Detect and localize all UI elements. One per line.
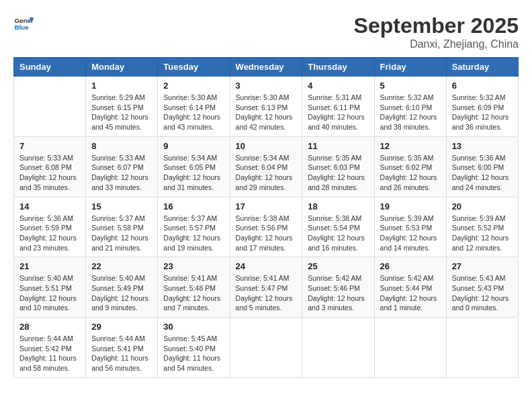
day-number: 14 bbox=[19, 201, 80, 212]
day-number: 8 bbox=[91, 141, 152, 151]
calendar-cell: 24Sunrise: 5:41 AM Sunset: 5:47 PM Dayli… bbox=[230, 257, 302, 318]
page-title: September 2025 bbox=[354, 13, 519, 38]
day-info: Sunrise: 5:32 AM Sunset: 6:10 PM Dayligh… bbox=[380, 93, 441, 132]
calendar-cell: 19Sunrise: 5:39 AM Sunset: 5:53 PM Dayli… bbox=[374, 197, 446, 257]
calendar-cell: 29Sunrise: 5:44 AM Sunset: 5:41 PM Dayli… bbox=[86, 318, 158, 378]
calendar-cell: 14Sunrise: 5:36 AM Sunset: 5:59 PM Dayli… bbox=[14, 197, 86, 257]
day-info: Sunrise: 5:40 AM Sunset: 5:49 PM Dayligh… bbox=[91, 273, 152, 313]
weekday-header-tuesday: Tuesday bbox=[158, 58, 230, 77]
week-row-4: 21Sunrise: 5:40 AM Sunset: 5:51 PM Dayli… bbox=[14, 257, 519, 318]
svg-text:Blue: Blue bbox=[15, 24, 30, 31]
day-number: 11 bbox=[308, 141, 368, 151]
day-number: 10 bbox=[236, 141, 297, 151]
calendar-cell: 13Sunrise: 5:36 AM Sunset: 6:00 PM Dayli… bbox=[446, 136, 518, 197]
day-number: 1 bbox=[91, 81, 152, 91]
calendar-cell: 16Sunrise: 5:37 AM Sunset: 5:57 PM Dayli… bbox=[158, 197, 230, 257]
week-row-3: 14Sunrise: 5:36 AM Sunset: 5:59 PM Dayli… bbox=[14, 197, 519, 257]
calendar-cell: 5Sunrise: 5:32 AM Sunset: 6:10 PM Daylig… bbox=[374, 77, 446, 137]
day-number: 29 bbox=[91, 322, 152, 332]
day-info: Sunrise: 5:37 AM Sunset: 5:58 PM Dayligh… bbox=[91, 214, 152, 253]
day-number: 15 bbox=[91, 201, 152, 212]
day-number: 23 bbox=[163, 261, 224, 271]
day-info: Sunrise: 5:36 AM Sunset: 5:59 PM Dayligh… bbox=[19, 214, 80, 253]
weekday-header-sunday: Sunday bbox=[14, 58, 86, 77]
day-info: Sunrise: 5:39 AM Sunset: 5:53 PM Dayligh… bbox=[380, 214, 441, 253]
calendar-cell: 18Sunrise: 5:38 AM Sunset: 5:54 PM Dayli… bbox=[302, 197, 374, 257]
weekday-header-friday: Friday bbox=[374, 58, 446, 77]
weekday-header-saturday: Saturday bbox=[446, 58, 518, 77]
calendar-cell: 23Sunrise: 5:41 AM Sunset: 5:48 PM Dayli… bbox=[158, 257, 230, 318]
day-info: Sunrise: 5:44 AM Sunset: 5:41 PM Dayligh… bbox=[91, 334, 152, 373]
day-info: Sunrise: 5:33 AM Sunset: 6:07 PM Dayligh… bbox=[91, 153, 152, 193]
calendar-cell bbox=[374, 318, 446, 378]
day-number: 26 bbox=[380, 261, 441, 271]
day-info: Sunrise: 5:43 AM Sunset: 5:43 PM Dayligh… bbox=[452, 273, 513, 313]
day-info: Sunrise: 5:29 AM Sunset: 6:15 PM Dayligh… bbox=[91, 93, 152, 132]
calendar-cell: 22Sunrise: 5:40 AM Sunset: 5:49 PM Dayli… bbox=[86, 257, 158, 318]
calendar-cell: 6Sunrise: 5:32 AM Sunset: 6:09 PM Daylig… bbox=[446, 77, 518, 137]
day-number: 25 bbox=[308, 261, 368, 271]
day-number: 17 bbox=[236, 201, 297, 212]
page-header: General Blue September 2025 Danxi, Zheji… bbox=[13, 13, 519, 50]
day-info: Sunrise: 5:41 AM Sunset: 5:47 PM Dayligh… bbox=[236, 273, 297, 313]
calendar-cell: 3Sunrise: 5:30 AM Sunset: 6:13 PM Daylig… bbox=[230, 77, 302, 137]
day-number: 2 bbox=[163, 81, 224, 91]
calendar-cell bbox=[230, 318, 302, 378]
day-info: Sunrise: 5:37 AM Sunset: 5:57 PM Dayligh… bbox=[163, 214, 224, 253]
weekday-header-wednesday: Wednesday bbox=[230, 58, 302, 77]
week-row-2: 7Sunrise: 5:33 AM Sunset: 6:08 PM Daylig… bbox=[14, 136, 519, 197]
day-info: Sunrise: 5:35 AM Sunset: 6:02 PM Dayligh… bbox=[380, 153, 441, 193]
day-info: Sunrise: 5:45 AM Sunset: 5:40 PM Dayligh… bbox=[163, 334, 224, 373]
week-row-1: 1Sunrise: 5:29 AM Sunset: 6:15 PM Daylig… bbox=[14, 77, 519, 137]
calendar-cell: 10Sunrise: 5:34 AM Sunset: 6:04 PM Dayli… bbox=[230, 136, 302, 197]
calendar-cell: 4Sunrise: 5:31 AM Sunset: 6:11 PM Daylig… bbox=[302, 77, 374, 137]
day-info: Sunrise: 5:30 AM Sunset: 6:14 PM Dayligh… bbox=[163, 93, 224, 132]
day-info: Sunrise: 5:41 AM Sunset: 5:48 PM Dayligh… bbox=[163, 273, 224, 313]
day-info: Sunrise: 5:35 AM Sunset: 6:03 PM Dayligh… bbox=[308, 153, 368, 193]
day-info: Sunrise: 5:38 AM Sunset: 5:54 PM Dayligh… bbox=[308, 214, 368, 253]
day-number: 12 bbox=[380, 141, 441, 151]
day-info: Sunrise: 5:38 AM Sunset: 5:56 PM Dayligh… bbox=[236, 214, 297, 253]
day-info: Sunrise: 5:39 AM Sunset: 5:52 PM Dayligh… bbox=[452, 214, 513, 253]
day-number: 22 bbox=[91, 261, 152, 271]
day-info: Sunrise: 5:40 AM Sunset: 5:51 PM Dayligh… bbox=[19, 273, 80, 313]
calendar-table: SundayMondayTuesdayWednesdayThursdayFrid… bbox=[13, 57, 519, 378]
day-number: 21 bbox=[19, 261, 80, 271]
day-number: 19 bbox=[380, 201, 441, 212]
weekday-header-row: SundayMondayTuesdayWednesdayThursdayFrid… bbox=[14, 58, 519, 77]
day-number: 13 bbox=[452, 141, 513, 151]
week-row-5: 28Sunrise: 5:44 AM Sunset: 5:42 PM Dayli… bbox=[14, 318, 519, 378]
calendar-cell: 26Sunrise: 5:42 AM Sunset: 5:44 PM Dayli… bbox=[374, 257, 446, 318]
calendar-cell: 12Sunrise: 5:35 AM Sunset: 6:02 PM Dayli… bbox=[374, 136, 446, 197]
day-info: Sunrise: 5:42 AM Sunset: 5:46 PM Dayligh… bbox=[308, 273, 368, 313]
calendar-cell: 21Sunrise: 5:40 AM Sunset: 5:51 PM Dayli… bbox=[14, 257, 86, 318]
day-number: 20 bbox=[452, 201, 513, 212]
day-number: 27 bbox=[452, 261, 513, 271]
day-number: 7 bbox=[19, 141, 80, 151]
calendar-cell bbox=[14, 77, 86, 137]
day-info: Sunrise: 5:31 AM Sunset: 6:11 PM Dayligh… bbox=[308, 93, 368, 132]
calendar-cell: 7Sunrise: 5:33 AM Sunset: 6:08 PM Daylig… bbox=[14, 136, 86, 197]
calendar-cell: 20Sunrise: 5:39 AM Sunset: 5:52 PM Dayli… bbox=[446, 197, 518, 257]
calendar-cell: 17Sunrise: 5:38 AM Sunset: 5:56 PM Dayli… bbox=[230, 197, 302, 257]
day-info: Sunrise: 5:44 AM Sunset: 5:42 PM Dayligh… bbox=[19, 334, 80, 373]
day-number: 18 bbox=[308, 201, 368, 212]
logo-icon: General Blue bbox=[13, 13, 34, 34]
day-info: Sunrise: 5:36 AM Sunset: 6:00 PM Dayligh… bbox=[452, 153, 513, 193]
calendar-cell: 2Sunrise: 5:30 AM Sunset: 6:14 PM Daylig… bbox=[158, 77, 230, 137]
weekday-header-thursday: Thursday bbox=[302, 58, 374, 77]
calendar-cell: 1Sunrise: 5:29 AM Sunset: 6:15 PM Daylig… bbox=[86, 77, 158, 137]
calendar-cell bbox=[446, 318, 518, 378]
calendar-cell: 25Sunrise: 5:42 AM Sunset: 5:46 PM Dayli… bbox=[302, 257, 374, 318]
day-number: 30 bbox=[163, 322, 224, 332]
day-number: 5 bbox=[380, 81, 441, 91]
day-number: 28 bbox=[19, 322, 80, 332]
title-section: September 2025 Danxi, Zhejiang, China bbox=[354, 13, 519, 50]
day-info: Sunrise: 5:34 AM Sunset: 6:05 PM Dayligh… bbox=[163, 153, 224, 193]
day-info: Sunrise: 5:42 AM Sunset: 5:44 PM Dayligh… bbox=[380, 273, 441, 313]
day-number: 6 bbox=[452, 81, 513, 91]
day-number: 24 bbox=[236, 261, 297, 271]
weekday-header-monday: Monday bbox=[86, 58, 158, 77]
day-number: 3 bbox=[236, 81, 297, 91]
day-number: 4 bbox=[308, 81, 368, 91]
